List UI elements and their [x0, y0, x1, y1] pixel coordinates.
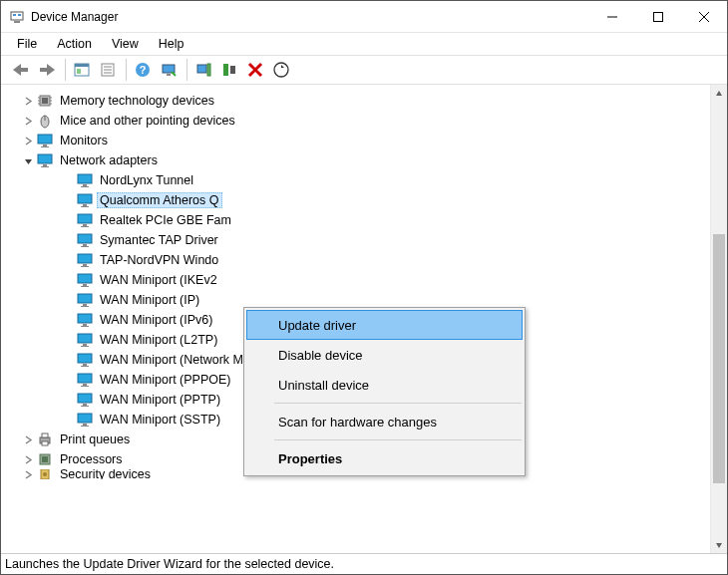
tree-device[interactable]: Symantec TAP Driver: [1, 230, 710, 250]
spacer-icon: [61, 353, 75, 367]
tree-category[interactable]: Network adapters: [1, 150, 710, 170]
context-menu-item[interactable]: Scan for hardware changes: [246, 407, 523, 436]
tree-category[interactable]: Mice and other pointing devices: [1, 111, 710, 131]
chevron-right-icon[interactable]: [21, 94, 35, 108]
forward-button[interactable]: [35, 58, 59, 82]
menu-file[interactable]: File: [9, 35, 45, 53]
svg-rect-70: [81, 346, 89, 347]
svg-rect-3: [14, 21, 20, 23]
svg-rect-87: [42, 456, 48, 462]
tree-category-label: Memory technology devices: [57, 93, 217, 109]
scan-hardware-button-alt[interactable]: [157, 58, 181, 82]
context-menu-item[interactable]: Properties: [246, 443, 523, 473]
svg-rect-52: [81, 226, 89, 227]
svg-rect-41: [38, 154, 52, 163]
show-hide-console-tree-button[interactable]: [70, 58, 94, 82]
svg-rect-84: [42, 433, 48, 437]
security-icon: [37, 469, 53, 479]
tree-category-label: Monitors: [57, 133, 111, 148]
update-driver-button[interactable]: [191, 58, 215, 82]
chevron-right-icon[interactable]: [21, 114, 35, 128]
menu-action[interactable]: Action: [49, 35, 100, 53]
chevron-right-icon[interactable]: [21, 469, 35, 479]
chevron-right-icon[interactable]: [21, 452, 35, 466]
spacer-icon: [61, 273, 75, 287]
svg-rect-66: [83, 324, 87, 326]
titlebar: Device Manager: [1, 1, 727, 33]
menu-help[interactable]: Help: [151, 35, 192, 53]
tree-pane: Memory technology devicesMice and other …: [1, 85, 727, 554]
tree-device-label: Realtek PCIe GBE Fam: [97, 212, 234, 228]
scroll-thumb[interactable]: [713, 234, 725, 483]
svg-rect-2: [18, 14, 21, 16]
help-button[interactable]: ?: [131, 58, 155, 82]
tree-device[interactable]: WAN Miniport (IKEv2: [1, 270, 710, 290]
svg-rect-49: [81, 206, 89, 207]
chevron-down-icon[interactable]: [21, 153, 35, 167]
svg-rect-65: [78, 314, 92, 323]
disable-device-button[interactable]: [217, 58, 241, 82]
svg-rect-23: [223, 64, 228, 76]
svg-rect-46: [81, 186, 89, 187]
svg-rect-40: [41, 146, 49, 147]
tree-device[interactable]: TAP-NordVPN Windo: [1, 250, 710, 270]
scan-hardware-button[interactable]: [269, 58, 293, 82]
svg-rect-71: [78, 354, 92, 363]
svg-rect-1: [13, 14, 16, 16]
tree-category[interactable]: Monitors: [1, 131, 710, 150]
close-button[interactable]: [681, 1, 727, 33]
svg-rect-69: [83, 344, 87, 346]
scroll-up-button[interactable]: [711, 85, 727, 102]
svg-rect-64: [81, 306, 89, 307]
svg-rect-12: [77, 69, 81, 74]
scroll-down-button[interactable]: [711, 536, 727, 553]
network-adapter-icon: [77, 332, 93, 348]
tree-device[interactable]: Realtek PCIe GBE Fam: [1, 210, 710, 230]
menu-view[interactable]: View: [104, 35, 147, 53]
maximize-button[interactable]: [635, 1, 681, 33]
svg-rect-50: [78, 214, 92, 223]
cpu-icon: [37, 451, 53, 467]
context-menu-item[interactable]: Update driver: [246, 310, 523, 340]
svg-rect-29: [42, 98, 48, 104]
network-adapter-icon: [77, 192, 93, 208]
tree-device-label: WAN Miniport (IPv6): [97, 312, 215, 328]
svg-text:?: ?: [140, 64, 147, 76]
toolbar-sep: [65, 59, 66, 81]
tree-device[interactable]: NordLynx Tunnel: [1, 170, 710, 190]
svg-rect-76: [81, 386, 89, 387]
printer-icon: [37, 431, 53, 447]
svg-rect-62: [78, 294, 92, 303]
statusbar: Launches the Update Driver Wizard for th…: [1, 554, 727, 574]
device-manager-window: Device Manager File Action View Help ? M…: [0, 0, 728, 575]
toolbar: ?: [1, 55, 727, 85]
context-menu-item[interactable]: Uninstall device: [246, 370, 523, 400]
svg-rect-21: [197, 65, 206, 73]
svg-rect-55: [81, 246, 89, 247]
back-button[interactable]: [9, 58, 33, 82]
svg-rect-22: [207, 64, 210, 76]
vertical-scrollbar[interactable]: [710, 85, 727, 553]
context-menu-separator: [274, 439, 522, 440]
spacer-icon: [61, 333, 75, 347]
svg-rect-42: [43, 164, 47, 166]
svg-rect-68: [78, 334, 92, 343]
chevron-right-icon[interactable]: [21, 432, 35, 446]
context-menu-item[interactable]: Disable device: [246, 340, 523, 370]
tree-category[interactable]: Memory technology devices: [1, 91, 710, 111]
svg-rect-67: [81, 326, 89, 327]
chevron-right-icon[interactable]: [21, 134, 35, 147]
properties-button[interactable]: [96, 58, 120, 82]
network-adapter-icon: [77, 172, 93, 188]
svg-rect-58: [81, 266, 89, 267]
uninstall-device-button[interactable]: [243, 58, 267, 82]
minimize-button[interactable]: [589, 1, 635, 33]
tree-category-label: Mice and other pointing devices: [57, 113, 238, 129]
statusbar-text: Launches the Update Driver Wizard for th…: [5, 557, 334, 571]
svg-rect-82: [81, 426, 89, 427]
svg-rect-11: [75, 64, 89, 67]
tree-device[interactable]: Qualcomm Atheros Q: [1, 190, 710, 210]
svg-rect-75: [83, 384, 87, 386]
context-menu: Update driverDisable deviceUninstall dev…: [243, 307, 526, 476]
mouse-icon: [37, 113, 53, 129]
